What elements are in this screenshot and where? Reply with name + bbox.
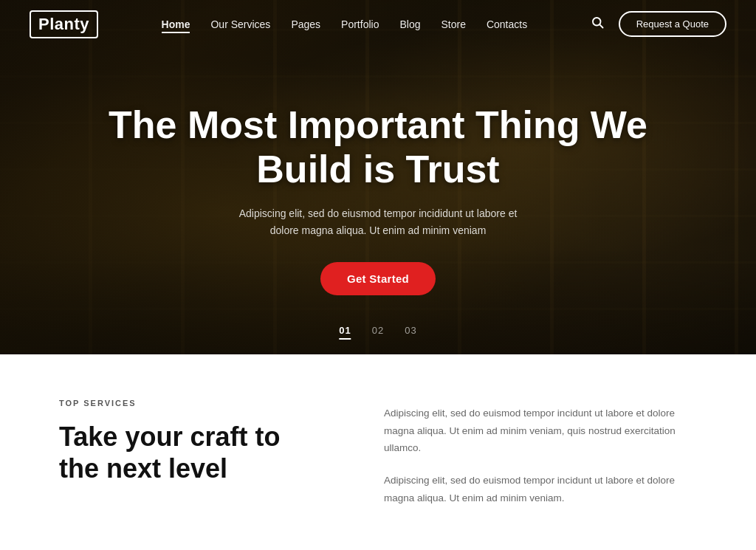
nav-item-contacts[interactable]: Contacts [487, 18, 527, 31]
navbar: Planty Home Our Services Pages Portfolio… [0, 0, 756, 48]
nav-item-blog[interactable]: Blog [399, 18, 420, 31]
nav-item-home[interactable]: Home [162, 18, 190, 31]
hero-indicator-3[interactable]: 03 [405, 325, 416, 336]
nav-item-store[interactable]: Store [441, 18, 465, 31]
nav-item-pages[interactable]: Pages [291, 18, 320, 31]
services-section: TOP SERVICES Take your craft to the next… [0, 354, 756, 550]
hero-content: The Most Important Thing We Build is Tru… [0, 0, 756, 354]
nav-item-portfolio[interactable]: Portfolio [341, 18, 379, 31]
services-right: Adipiscing elit, sed do euismod tempor i… [384, 399, 697, 521]
hero-indicator-1[interactable]: 01 [339, 325, 351, 336]
brand-logo[interactable]: Planty [30, 10, 98, 38]
hero-indicators: 01 02 03 [339, 325, 416, 336]
hero-title: The Most Important Thing We Build is Tru… [74, 103, 682, 192]
nav-item-services[interactable]: Our Services [210, 18, 270, 31]
svg-line-1 [599, 24, 602, 27]
nav-right: Request a Quote [591, 11, 726, 37]
services-heading: Take your craft to the next level [59, 421, 340, 484]
services-para-2: Adipiscing elit, sed do euismod tempor i… [384, 472, 697, 506]
search-button[interactable] [591, 16, 604, 32]
services-para-1: Adipiscing elit, sed do euismod tempor i… [384, 405, 697, 457]
hero-indicator-2[interactable]: 02 [372, 325, 384, 336]
quote-button[interactable]: Request a Quote [619, 11, 726, 37]
hero-subtitle: Adipiscing elit, sed do eiusmod tempor i… [238, 205, 518, 241]
hero-section: The Most Important Thing We Build is Tru… [0, 0, 756, 354]
nav-links: Home Our Services Pages Portfolio Blog S… [162, 18, 528, 31]
hero-cta-button[interactable]: Get Started [320, 262, 436, 295]
search-icon [591, 16, 604, 32]
services-left: TOP SERVICES Take your craft to the next… [59, 399, 340, 521]
services-tag: TOP SERVICES [59, 399, 340, 408]
